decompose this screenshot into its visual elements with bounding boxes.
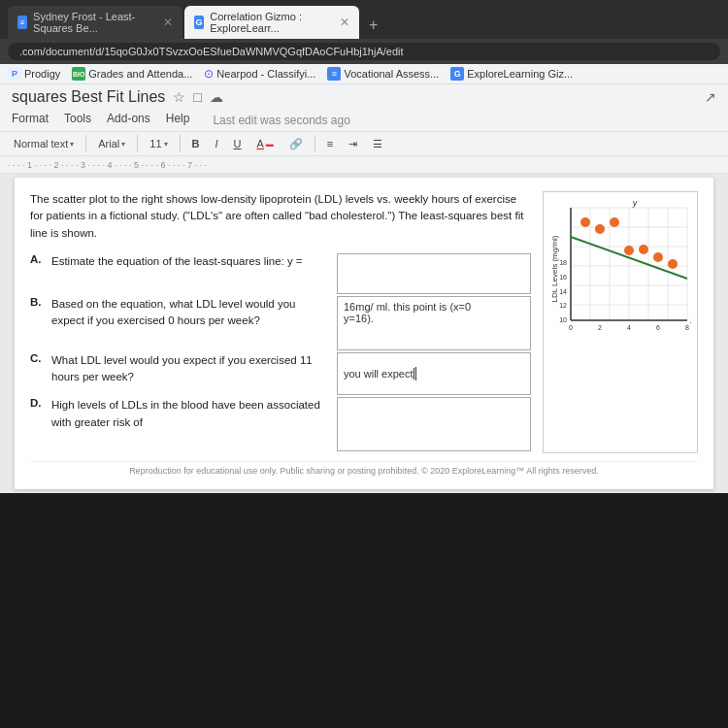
svg-text:8: 8 <box>685 324 689 331</box>
question-c-row: C. What LDL level would you expect if yo… <box>30 352 531 396</box>
footer-text: Reproduction for educational use only. P… <box>30 461 698 476</box>
bookmarks-bar: P Prodigy BIO Grades and Attenda... ⊙ Ne… <box>0 64 728 84</box>
question-a-text: Estimate the equation of the least-squar… <box>51 253 329 270</box>
italic-button[interactable]: I <box>209 136 223 151</box>
content-row: The scatter plot to the right shows low-… <box>30 191 698 453</box>
list-button[interactable]: ☰ <box>367 136 388 152</box>
bookmark-vocational[interactable]: ≡ Vocational Assess... <box>327 67 439 81</box>
question-d-letter: D. <box>30 397 46 431</box>
indent-button[interactable]: ⇥ <box>343 136 363 152</box>
menu-bar: Format Tools Add-ons Help Last edit was … <box>0 110 728 131</box>
star-icon[interactable]: ☆ <box>173 89 185 105</box>
doc-save-icon[interactable]: □ <box>193 89 201 105</box>
bookmark-explore-label: ExploreLearning Giz... <box>467 68 573 80</box>
answer-b-text: 16mg/ ml. this point is (x=0 y=16). <box>344 301 471 324</box>
menu-format[interactable]: Format <box>12 112 49 129</box>
svg-text:4: 4 <box>627 324 631 331</box>
menu-addons[interactable]: Add-ons <box>107 112 150 129</box>
question-c-left: C. What LDL level would you expect if yo… <box>30 352 337 396</box>
question-b-text: Based on the equation, what LDL level wo… <box>51 296 329 330</box>
svg-text:2: 2 <box>598 324 602 331</box>
text-color-button[interactable]: A ▬ <box>250 136 279 151</box>
question-a-left: A. Estimate the equation of the least-sq… <box>30 253 337 294</box>
question-b: B. Based on the equation, what LDL level… <box>30 296 329 330</box>
size-chevron: ▾ <box>164 140 168 149</box>
svg-text:14: 14 <box>559 288 567 295</box>
last-edit-label: Last edit was seconds ago <box>213 112 349 129</box>
url-input[interactable]: .com/document/d/15qoG0Jx0TSvzxOoESfueDaW… <box>8 43 720 60</box>
svg-point-37 <box>668 259 678 269</box>
style-label: Normal text <box>14 138 68 149</box>
ruler: · · · · 1 · · · · 2 · · · · 3 · · · · 4 … <box>0 156 728 174</box>
svg-text:6: 6 <box>656 324 660 331</box>
style-dropdown[interactable]: Normal text ▾ <box>8 136 80 151</box>
svg-point-31 <box>580 217 590 227</box>
svg-point-36 <box>653 252 663 262</box>
menu-help[interactable]: Help <box>166 112 190 129</box>
explore-icon: G <box>450 67 464 81</box>
question-d-left: D. High levels of LDLs in the blood have… <box>30 397 337 451</box>
text-section: The scatter plot to the right shows low-… <box>30 191 531 453</box>
tab-docs[interactable]: ≡ Sydney Frost - Least-Squares Be... ✕ <box>8 6 182 39</box>
link-button[interactable]: 🔗 <box>283 136 309 152</box>
bookmark-prodigy[interactable]: P Prodigy <box>8 67 60 81</box>
intro-paragraph: The scatter plot to the right shows low-… <box>30 191 531 242</box>
question-c-text: What LDL level would you expect if you e… <box>51 352 329 386</box>
size-dropdown[interactable]: 11 ▾ <box>144 136 173 151</box>
prodigy-icon: P <box>8 67 21 81</box>
size-label: 11 <box>149 138 161 149</box>
text-color-icon: ▬ <box>266 140 274 149</box>
answer-c-text: you will expect <box>344 368 414 380</box>
tab-docs-close[interactable]: ✕ <box>163 16 173 29</box>
document-page: The scatter plot to the right shows low-… <box>15 178 713 489</box>
tab-gizmo-label: Correlation Gizmo : ExploreLearr... <box>210 11 330 34</box>
bookmark-nearpod[interactable]: ⊙ Nearpod - Classifyi... <box>204 67 315 81</box>
bookmark-bio[interactable]: BIO Grades and Attenda... <box>72 67 192 81</box>
cursor-line-icon <box>415 367 416 381</box>
question-b-row: B. Based on the equation, what LDL level… <box>30 296 531 350</box>
question-c: C. What LDL level would you expect if yo… <box>30 352 329 386</box>
tab-gizmo[interactable]: G Correlation Gizmo : ExploreLearr... ✕ <box>184 6 359 39</box>
address-bar: .com/document/d/15qoG0Jx0TSvzxOoESfueDaW… <box>0 39 728 64</box>
cloud-icon[interactable]: ☁ <box>210 89 223 105</box>
nearpod-circle-icon: ⊙ <box>204 67 214 81</box>
question-a: A. Estimate the equation of the least-sq… <box>30 253 329 270</box>
tab-gizmo-close[interactable]: ✕ <box>340 16 349 29</box>
svg-point-33 <box>610 217 619 227</box>
doc-title: squares Best Fit Lines <box>12 88 165 106</box>
bold-button[interactable]: B <box>186 136 206 151</box>
font-dropdown[interactable]: Arial ▾ <box>92 136 131 151</box>
question-b-left: B. Based on the equation, what LDL level… <box>30 296 337 350</box>
browser-chrome: ≡ Sydney Frost - Least-Squares Be... ✕ G… <box>0 0 728 39</box>
svg-point-32 <box>595 224 605 234</box>
bookmark-prodigy-label: Prodigy <box>24 68 60 80</box>
bookmark-explore[interactable]: G ExploreLearning Giz... <box>450 67 573 81</box>
question-b-letter: B. <box>30 296 46 330</box>
question-d: D. High levels of LDLs in the blood have… <box>30 397 329 431</box>
google-icon: G <box>194 16 204 29</box>
bio-icon: BIO <box>72 67 85 81</box>
answer-box-c[interactable]: you will expect <box>337 352 531 396</box>
svg-text:LDL Levels (mg/ml): LDL Levels (mg/ml) <box>550 235 559 302</box>
answer-box-a[interactable] <box>337 253 531 294</box>
font-chevron: ▾ <box>121 140 125 149</box>
answer-box-d[interactable] <box>337 397 531 451</box>
svg-text:12: 12 <box>559 302 567 309</box>
separator-2 <box>137 135 138 152</box>
answer-box-b[interactable]: 16mg/ ml. this point is (x=0 y=16). <box>337 296 531 350</box>
menu-tools[interactable]: Tools <box>64 112 91 129</box>
align-button[interactable]: ≡ <box>321 136 339 151</box>
doc-icon: ≡ <box>17 16 27 29</box>
doc-title-bar: squares Best Fit Lines ☆ □ ☁ ↗ <box>0 84 728 110</box>
svg-text:16: 16 <box>559 274 567 281</box>
underline-button[interactable]: U <box>228 136 248 151</box>
question-d-text: High levels of LDLs in the blood have be… <box>51 397 329 431</box>
new-tab-button[interactable]: + <box>361 12 385 39</box>
expand-icon[interactable]: ↗ <box>705 89 716 105</box>
chart-container: LDL Levels (mg/ml) y <box>543 191 698 453</box>
bookmark-vocational-label: Vocational Assess... <box>344 68 439 80</box>
question-c-letter: C. <box>30 352 46 386</box>
svg-text:10: 10 <box>559 316 567 323</box>
vocational-icon: ≡ <box>327 67 341 81</box>
font-label: Arial <box>98 138 119 149</box>
